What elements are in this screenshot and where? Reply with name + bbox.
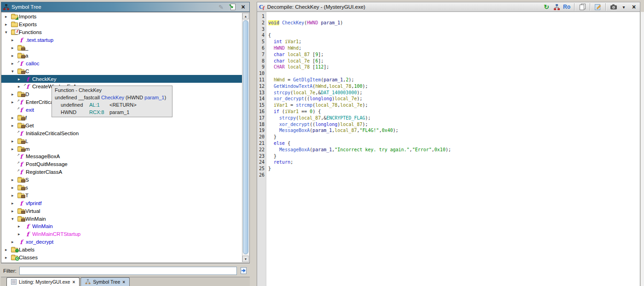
snapshot-button[interactable] [610, 3, 618, 11]
tab-listing-close-icon[interactable]: × [72, 280, 75, 285]
tree-item-WinMainCRTStartup[interactable]: ▸fWinMainCRTStartup [1, 230, 242, 238]
expand-collapsed-icon[interactable]: ▸ [12, 46, 17, 50]
expand-collapsed-icon[interactable]: ▸ [12, 193, 17, 198]
code-line-2[interactable]: void CheckKey(HWND param_1) [268, 20, 640, 26]
tree-item-partial[interactable]: ▸ [1, 262, 242, 263]
tree-item-S[interactable]: ▸S [1, 176, 242, 184]
tree-item-RegisterClassA[interactable]: fRegisterClassA [1, 168, 242, 176]
expand-collapsed-icon[interactable]: ▸ [12, 38, 17, 42]
tree-item-Virtual[interactable]: ▸Virtual [1, 207, 242, 215]
expand-expanded-icon[interactable]: ▾ [12, 217, 17, 221]
tree-item-calloc[interactable]: ▸fcalloc [1, 59, 242, 67]
code-line-22[interactable]: MessageBoxA(param_1,"Incorrect key. try … [268, 147, 640, 153]
tree-item-MessageBoxA[interactable]: fMessageBoxA [1, 153, 242, 160]
expand-collapsed-icon[interactable]: ▸ [12, 92, 17, 97]
code-line-10[interactable] [268, 70, 640, 77]
tree-item-Labels[interactable]: ▸Labels [1, 246, 242, 254]
expand-expanded-icon[interactable]: ▾ [5, 30, 11, 34]
expand-collapsed-icon[interactable]: ▸ [5, 247, 11, 252]
tab-symbol-tree-close-icon[interactable]: × [122, 280, 125, 285]
code-line-11[interactable]: hWnd = GetDlgItem(param_1,2); [268, 77, 640, 83]
edit-button[interactable] [594, 3, 602, 11]
tree-item-a[interactable]: ▸a [1, 51, 242, 59]
reopen-button[interactable]: Ro [563, 3, 571, 11]
edit-filter-button[interactable]: ✎ [217, 3, 225, 11]
code-line-18[interactable]: xor_decrypt((longlong)local_87); [268, 121, 640, 128]
tree-item-vfprintf[interactable]: ▸fvfprintf [1, 199, 242, 207]
code-line-17[interactable]: strcpy(local_87,&ENCRYPTED_FLAG); [268, 115, 640, 121]
code-line-8[interactable]: char local_7e [6]; [268, 58, 640, 64]
code-line-13[interactable]: strcpy(local_7e,&DAT_140003000); [268, 90, 640, 96]
tree-item-m[interactable]: ▸m [1, 145, 242, 153]
filter-settings-button[interactable] [240, 267, 247, 275]
code-line-23[interactable]: } [268, 153, 640, 160]
code-line-26[interactable] [268, 172, 640, 178]
tree-scrollbar[interactable]: ▲ ▼ [242, 13, 249, 262]
token-plain [268, 46, 274, 51]
expand-collapsed-icon[interactable]: ▸ [5, 22, 11, 27]
expand-collapsed-icon[interactable]: ▸ [12, 209, 17, 213]
filter-input[interactable] [19, 267, 237, 275]
code-line-14[interactable]: xor_decrypt((longlong)local_7e); [268, 96, 640, 102]
code-line-21[interactable]: else { [268, 140, 640, 147]
code-line-12[interactable]: GetWindowTextA(hWnd,local_78,100); [268, 83, 640, 90]
symbol-tree-close-button[interactable]: × [239, 3, 247, 11]
expand-expanded-icon[interactable]: ▾ [12, 69, 17, 74]
expand-collapsed-icon[interactable]: ▸ [12, 240, 17, 244]
tree-item-Imports[interactable]: ▸Imports [1, 13, 242, 21]
tree-item-s[interactable]: ▸s [1, 184, 242, 192]
tree-item-C[interactable]: ▾C [1, 67, 242, 75]
tree-item-Classes[interactable]: ▸Classes [1, 254, 242, 262]
refresh-button[interactable]: ↻ [542, 3, 551, 11]
code-line-3[interactable] [268, 26, 640, 33]
code-line-5[interactable]: int iVar1; [268, 39, 640, 45]
code-line-1[interactable] [268, 13, 640, 20]
expand-collapsed-icon[interactable]: ▸ [12, 53, 17, 58]
go-to-symbol-button[interactable] [228, 3, 236, 11]
copy-button[interactable] [578, 3, 586, 11]
tree-item-Functions[interactable]: ▾Functions [1, 29, 242, 36]
expand-collapsed-icon[interactable]: ▸ [12, 185, 17, 190]
tree-item-WinMain[interactable]: ▸fWinMain [1, 223, 242, 230]
code-line-4[interactable]: { [268, 32, 640, 39]
code-line-15[interactable]: iVar1 = strcmp(local_78,local_7e); [268, 102, 640, 109]
expand-collapsed-icon[interactable]: ▸ [12, 177, 17, 182]
code-line-6[interactable]: HWND hWnd; [268, 45, 640, 51]
expand-collapsed-icon[interactable]: ▸ [12, 147, 17, 151]
code-line-25[interactable]: } [268, 166, 640, 172]
tree-item-PostQuitMessage[interactable]: fPostQuitMessage [1, 160, 242, 168]
expand-collapsed-icon[interactable]: ▸ [12, 201, 17, 206]
tab-symbol-tree[interactable]: Symbol Tree × [80, 277, 130, 286]
scroll-up-icon[interactable]: ▲ [242, 13, 249, 19]
graph-button[interactable] [552, 3, 561, 11]
tree-item-_[interactable]: ▸_ [1, 44, 242, 52]
expand-collapsed-icon[interactable]: ▸ [12, 115, 17, 120]
expand-collapsed-icon[interactable]: ▸ [5, 255, 11, 260]
tree-item-.text.startup[interactable]: ▸f.text.startup [1, 36, 242, 44]
expand-collapsed-icon[interactable]: ▸ [12, 139, 17, 143]
code-line-7[interactable]: char local_87 [9]; [268, 51, 640, 58]
code-line-9[interactable]: CHAR local_78 [112]; [268, 64, 640, 70]
code-line-19[interactable]: MessageBoxA(param_1,local_87,"FL4G!",0x4… [268, 127, 640, 134]
tree-item-T[interactable]: ▸T [1, 191, 242, 199]
tab-listing[interactable]: Listing: MysteryGUI.exe × [6, 277, 80, 286]
expand-collapsed-icon[interactable]: ▸ [12, 123, 17, 128]
decompile-close-button[interactable]: × [630, 3, 638, 11]
code-line-24[interactable]: return; [268, 159, 640, 166]
scroll-down-icon[interactable]: ▼ [242, 256, 249, 262]
tree-item-L[interactable]: ▸L [1, 137, 242, 145]
tree-item-InitializeCriticalSection[interactable]: fInitializeCriticalSection [1, 129, 242, 137]
code-line-16[interactable]: if (iVar1 == 0) { [268, 109, 640, 115]
tree-item-WinMain[interactable]: ▾WinMain [1, 215, 242, 223]
expand-collapsed-icon[interactable]: ▸ [18, 77, 24, 81]
tree-item-xor_decrypt[interactable]: ▸fxor_decrypt [1, 238, 242, 246]
scrollbar-thumb[interactable] [243, 20, 248, 254]
panel-menu-button[interactable]: ▾ [620, 3, 628, 11]
tree-item-CheckKey[interactable]: ▸fCheckKey [1, 75, 242, 83]
expand-collapsed-icon[interactable]: ▸ [18, 232, 24, 236]
expand-collapsed-icon[interactable]: ▸ [5, 14, 11, 19]
tree-item-Get[interactable]: ▸Get [1, 121, 242, 129]
expand-collapsed-icon[interactable]: ▸ [18, 224, 24, 229]
code-line-20[interactable]: } [268, 134, 640, 140]
tree-item-Exports[interactable]: ▸Exports [1, 21, 242, 29]
